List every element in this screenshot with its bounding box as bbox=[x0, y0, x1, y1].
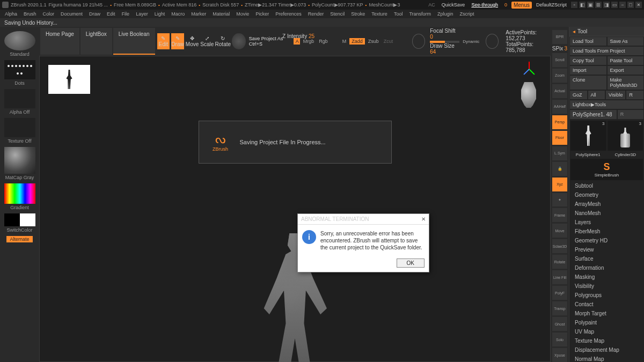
menu-marker[interactable]: Marker bbox=[188, 11, 209, 17]
rside-1[interactable]: Zoom bbox=[552, 69, 567, 83]
menu-macro[interactable]: Macro bbox=[169, 11, 187, 17]
brush-standard-icon[interactable] bbox=[4, 31, 35, 50]
defaultzscript-button[interactable]: DefaultZScript bbox=[534, 2, 569, 8]
color-picker[interactable] bbox=[4, 183, 35, 204]
menu-tool[interactable]: Tool bbox=[391, 11, 406, 17]
color-swatch[interactable] bbox=[4, 213, 35, 226]
dialog-close-icon[interactable]: ✕ bbox=[421, 216, 426, 222]
zsub-button[interactable]: Zsub bbox=[367, 39, 380, 44]
menu-edit[interactable]: Edit bbox=[104, 11, 118, 17]
tool-load-tools-from-project[interactable]: Load Tools From Project bbox=[570, 47, 643, 55]
menu-zscript[interactable]: Zscript bbox=[457, 11, 477, 17]
icon-e[interactable]: ◨ bbox=[603, 2, 610, 8]
rside-14[interactable]: Line Fill bbox=[552, 270, 567, 284]
sub-uv-map[interactable]: UV Map bbox=[569, 327, 644, 336]
r-button[interactable]: R bbox=[618, 110, 643, 119]
tool-copy-tool[interactable]: Copy Tool bbox=[570, 56, 606, 65]
m-button[interactable]: M bbox=[341, 39, 348, 44]
icon-c[interactable]: ▣ bbox=[587, 2, 594, 8]
simplebrush-button[interactable]: SSimpleBrush bbox=[570, 159, 643, 180]
canvas[interactable]: ᔓZBrush Saving Project File In Progress.… bbox=[39, 56, 551, 362]
sub-geometry-hd[interactable]: Geometry HD bbox=[569, 236, 644, 245]
rside-9[interactable]: ✦ bbox=[552, 193, 567, 207]
sub-nanomesh[interactable]: NanoMesh bbox=[569, 209, 644, 218]
liveboolean-button[interactable]: Live Boolean bbox=[113, 28, 155, 55]
rside-19[interactable]: Xpose bbox=[552, 348, 567, 362]
menu-layer[interactable]: Layer bbox=[133, 11, 151, 17]
tool-make-polymesh3d[interactable]: Make PolyMesh3D bbox=[608, 76, 644, 90]
maximize-icon[interactable]: □ bbox=[627, 2, 634, 8]
tool-r[interactable]: R bbox=[626, 91, 643, 99]
menus-button[interactable]: Menus bbox=[511, 2, 532, 9]
sub-polygroups[interactable]: Polygroups bbox=[569, 291, 644, 300]
draw-button[interactable]: ✎Draw bbox=[171, 33, 184, 49]
sub-arraymesh[interactable]: ArrayMesh bbox=[569, 200, 644, 209]
menu-draw[interactable]: Draw bbox=[86, 11, 103, 17]
rside-16[interactable]: Transp bbox=[552, 301, 567, 315]
minimize-icon[interactable]: − bbox=[619, 2, 626, 8]
menu-file[interactable]: File bbox=[119, 11, 133, 17]
polysphere-row[interactable]: PolySphere1. 48 bbox=[570, 110, 617, 119]
menu-document[interactable]: Document bbox=[58, 11, 85, 17]
tool-all[interactable]: All bbox=[588, 91, 605, 99]
icon-b[interactable]: ◧ bbox=[579, 2, 586, 8]
menu-preferences[interactable]: Preferences bbox=[273, 11, 304, 17]
alpha-off-icon[interactable] bbox=[4, 89, 35, 108]
sub-surface[interactable]: Surface bbox=[569, 254, 644, 263]
quicksave-button[interactable]: QuickSave bbox=[440, 2, 467, 8]
close-icon[interactable]: × bbox=[635, 2, 642, 8]
bpr-button[interactable]: BPR bbox=[552, 30, 567, 44]
sub-visibility[interactable]: Visibility bbox=[569, 282, 644, 291]
sub-masking[interactable]: Masking bbox=[569, 272, 644, 282]
focal-slider[interactable]: Focal Shift 0 Draw Size 64 bbox=[430, 28, 459, 55]
menu-color[interactable]: Color bbox=[40, 11, 57, 17]
tool-load-tool[interactable]: Load Tool bbox=[570, 37, 606, 46]
menu-picker[interactable]: Picker bbox=[253, 11, 272, 17]
menu-stroke[interactable]: Stroke bbox=[348, 11, 368, 17]
home-button[interactable]: Home Page bbox=[40, 28, 79, 55]
rside-3[interactable]: AAHalf bbox=[552, 100, 567, 114]
menu-material[interactable]: Material bbox=[210, 11, 232, 17]
rotate-button[interactable]: ↻Rotate bbox=[215, 33, 230, 49]
scale-button[interactable]: ⤢Scale bbox=[200, 33, 214, 49]
sub-deformation[interactable]: Deformation bbox=[569, 263, 644, 272]
menu-light[interactable]: Light bbox=[152, 11, 168, 17]
zintensity-slider[interactable]: Z Intensity 25 bbox=[282, 33, 314, 39]
edit-button[interactable]: ✎Edit bbox=[157, 33, 170, 49]
rside-4[interactable]: Persp bbox=[552, 115, 567, 129]
rgb-button[interactable]: Rgb bbox=[317, 39, 330, 44]
rside-12[interactable]: Sclae3D bbox=[552, 239, 567, 253]
preview-cylinder[interactable]: 3 bbox=[608, 121, 643, 151]
tool-import[interactable]: Import bbox=[570, 66, 606, 75]
tool-paste-tool[interactable]: Paste Tool bbox=[608, 56, 644, 65]
rside-11[interactable]: Move bbox=[552, 224, 567, 238]
icon-f[interactable]: ▭ bbox=[611, 2, 618, 8]
stroke-dots-icon[interactable] bbox=[4, 60, 35, 79]
lightbox-tools[interactable]: Lightbox▶Tools bbox=[570, 100, 643, 109]
document-thumb[interactable] bbox=[48, 65, 90, 94]
rside-0[interactable]: Scroll bbox=[552, 53, 567, 67]
tool-save-as[interactable]: Save As bbox=[608, 37, 644, 46]
rside-17[interactable]: Ghost bbox=[552, 317, 567, 331]
menu-stencil[interactable]: Stencil bbox=[327, 11, 347, 17]
rside-6[interactable]: L.Sym bbox=[552, 146, 567, 160]
rside-18[interactable]: Solo bbox=[552, 333, 567, 346]
lightbox-button[interactable]: LightBox bbox=[80, 28, 112, 55]
rside-13[interactable]: Rotate bbox=[552, 255, 567, 269]
axis-gizmo-icon[interactable] bbox=[521, 62, 537, 78]
head-preview-icon[interactable] bbox=[518, 82, 539, 108]
tool-header[interactable]: ◂Tool bbox=[569, 27, 644, 36]
sub-subtool[interactable]: Subtool bbox=[569, 181, 644, 190]
icon-a[interactable]: ▫ bbox=[571, 2, 577, 8]
rside-2[interactable]: Actual bbox=[552, 84, 567, 98]
rside-10[interactable]: Frame bbox=[552, 208, 567, 222]
dynamic-label[interactable]: Dynamic bbox=[461, 39, 481, 44]
icon-d[interactable]: ⊞ bbox=[595, 2, 602, 8]
menu-movie[interactable]: Movie bbox=[233, 11, 252, 17]
sub-displacement-map[interactable]: Displacement Map bbox=[569, 345, 644, 354]
rside-7[interactable]: 🔒 bbox=[552, 162, 567, 176]
menu-render[interactable]: Render bbox=[305, 11, 327, 17]
rside-8[interactable]: Xyz bbox=[552, 178, 567, 191]
rside-15[interactable]: PolyF bbox=[552, 286, 567, 300]
tool-export[interactable]: Export bbox=[608, 66, 644, 75]
